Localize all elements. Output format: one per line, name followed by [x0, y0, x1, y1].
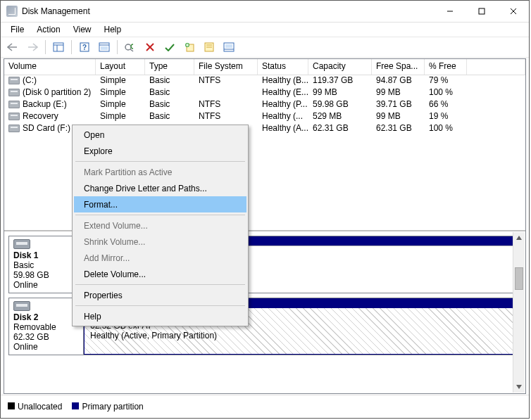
menu-item-mark-partition-as-active: Mark Partition as Active — [74, 164, 246, 180]
svg-point-12 — [125, 44, 131, 50]
table-row[interactable]: RecoverySimpleBasicNTFSHealthy (...529 M… — [4, 111, 525, 123]
toolbar: ? — [1, 37, 529, 58]
column-volume[interactable]: Volume — [4, 59, 96, 75]
disk1-label: Disk 1 — [13, 250, 79, 260]
show-hide-console-tree-button[interactable] — [49, 38, 68, 56]
menu-item-open[interactable]: Open — [74, 127, 246, 143]
svg-rect-1 — [479, 8, 485, 14]
context-menu[interactable]: OpenExploreMark Partition as ActiveChang… — [72, 125, 249, 326]
commit-button[interactable] — [161, 38, 179, 56]
disk2-state: Online — [13, 342, 79, 352]
maximize-button[interactable] — [466, 1, 497, 22]
column-capacity[interactable]: Capacity — [308, 59, 372, 75]
disk-management-icon — [6, 6, 18, 17]
back-button[interactable] — [4, 38, 22, 56]
titlebar: Disk Management — [1, 1, 529, 23]
scroll-thumb[interactable] — [515, 267, 523, 290]
menu-item-add-mirror: Add Mirror... — [74, 250, 246, 266]
table-row[interactable]: (C:)SimpleBasicNTFSHealthy (B...119.37 G… — [4, 75, 525, 87]
menu-item-delete-volume[interactable]: Delete Volume... — [74, 266, 246, 282]
svg-line-13 — [130, 49, 133, 51]
disk1-type: Basic — [13, 260, 79, 270]
disk-icon — [13, 301, 30, 311]
column-type[interactable]: Type — [145, 59, 194, 75]
volume-list-header: Volume Layout Type File System Status Ca… — [4, 59, 525, 75]
menu-item-explore[interactable]: Explore — [74, 143, 246, 159]
disk1-size: 59.98 GB — [13, 270, 79, 280]
menu-item-shrink-volume: Shrink Volume... — [74, 234, 246, 250]
table-row[interactable]: (Disk 0 partition 2)SimpleBasicHealthy (… — [4, 87, 525, 99]
refresh-button[interactable] — [121, 38, 139, 56]
svg-rect-11 — [101, 46, 108, 50]
disk2-type: Removable — [13, 322, 79, 332]
disk1-state: Online — [13, 280, 79, 290]
menu-help[interactable]: Help — [99, 23, 127, 36]
delete-button[interactable] — [141, 38, 159, 56]
column-free[interactable]: Free Spa... — [372, 59, 425, 75]
legend-primary-partition: Primary partition — [72, 402, 143, 412]
menu-view[interactable]: View — [68, 23, 97, 36]
scroll-down-arrow[interactable] — [513, 381, 525, 393]
close-button[interactable] — [497, 1, 529, 22]
disk2-label: Disk 2 — [13, 312, 79, 322]
menu-item-change-drive-letter-and-paths[interactable]: Change Drive Letter and Paths... — [74, 180, 246, 196]
svg-rect-4 — [54, 43, 63, 51]
window-title: Disk Management — [22, 6, 434, 16]
column-layout[interactable]: Layout — [96, 59, 145, 75]
minimize-button[interactable] — [434, 1, 466, 22]
disk2-size: 62.32 GB — [13, 332, 79, 342]
new-volume-button[interactable] — [180, 38, 199, 56]
legend: Unallocated Primary partition — [1, 395, 529, 418]
menubar: File Action View Help — [1, 23, 529, 37]
svg-rect-25 — [225, 44, 232, 48]
table-row[interactable]: Backup (E:)SimpleBasicNTFSHealthy (P...5… — [4, 99, 525, 111]
column-pct[interactable]: % Free — [425, 59, 467, 75]
legend-unallocated: Unallocated — [8, 402, 62, 412]
vertical-scrollbar[interactable] — [513, 232, 525, 393]
column-filesystem[interactable]: File System — [194, 59, 258, 75]
partition-status: Healthy (Active, Primary Partition) — [90, 331, 217, 341]
svg-text:?: ? — [82, 44, 87, 51]
disk-management-window: Disk Management File Action View Help ? … — [0, 0, 530, 419]
menu-file[interactable]: File — [5, 23, 30, 36]
menu-item-help[interactable]: Help — [74, 308, 246, 324]
menu-item-properties[interactable]: Properties — [74, 287, 246, 303]
column-spacer — [467, 59, 525, 75]
disk-icon — [13, 239, 30, 249]
help-button[interactable]: ? — [75, 38, 94, 56]
menu-item-format[interactable]: Format... — [74, 196, 246, 212]
settings-top-button[interactable] — [95, 38, 113, 56]
menu-item-extend-volume: Extend Volume... — [74, 217, 246, 234]
properties-button[interactable] — [200, 38, 218, 56]
column-status[interactable]: Status — [258, 59, 308, 75]
menu-action[interactable]: Action — [31, 23, 65, 36]
scroll-up-arrow[interactable] — [513, 232, 525, 243]
forward-button[interactable] — [23, 38, 42, 56]
settings-bottom-button[interactable] — [220, 38, 238, 56]
